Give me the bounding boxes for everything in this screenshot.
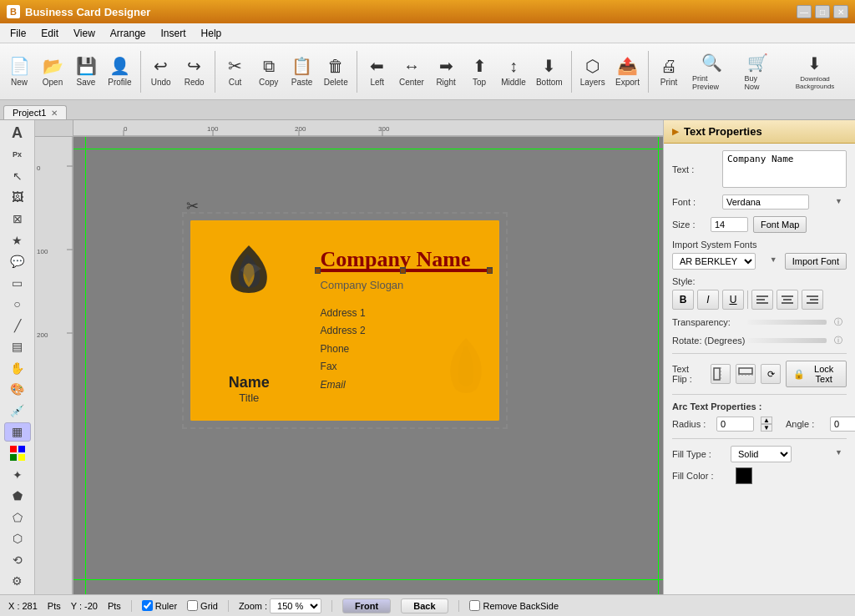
arc-radius-up[interactable]: ▲ [761, 417, 772, 424]
tool-undo[interactable]: ⟲ [4, 550, 31, 570]
flip-horizontal-button[interactable] [711, 364, 731, 384]
align-left-style-button[interactable] [751, 290, 773, 310]
align-right-style-button[interactable] [802, 290, 823, 310]
tool-eyedropper[interactable]: 💉 [4, 401, 31, 421]
font-select[interactable]: Verdana Arial Times New Roman [722, 194, 809, 210]
remove-backside-checkbox[interactable] [469, 600, 480, 611]
align-left-button[interactable]: ⬅ Left [362, 47, 393, 97]
delete-button[interactable]: 🗑 Delete [320, 47, 352, 97]
align-bottom-button[interactable]: ⬇ Bottom [532, 47, 567, 97]
zoom-select[interactable]: 150 % 100 % 200 % 75 % [270, 598, 321, 613]
redo-button[interactable]: ↪ Redo [179, 47, 210, 97]
handle-bl[interactable] [315, 268, 321, 274]
arc-angle-input[interactable] [830, 417, 855, 432]
business-card[interactable]: Name Title [190, 220, 499, 421]
flip-vertical-button[interactable] [736, 364, 756, 384]
tool-gradient[interactable]: ▦ [4, 422, 31, 442]
tool-text[interactable]: A [4, 124, 31, 144]
lock-text-button[interactable]: 🔒 Lock Text [786, 361, 847, 387]
print-preview-button[interactable]: 🔍 Print Preview [686, 47, 736, 97]
tool-shape1[interactable]: ⬟ [4, 486, 31, 506]
arc-radius-spinner[interactable]: ▲ ▼ [761, 417, 772, 432]
menu-view[interactable]: View [67, 26, 102, 41]
print-button[interactable]: 🖨 Print [653, 47, 685, 97]
italic-button[interactable]: I [697, 290, 719, 310]
grid-checkbox[interactable] [187, 600, 198, 611]
tool-effects[interactable]: ✦ [4, 465, 31, 485]
cut-label: Cut [229, 78, 242, 87]
menu-help[interactable]: Help [195, 26, 229, 41]
paste-button[interactable]: 📋 Paste [286, 47, 318, 97]
rotate-label: Rotate: (Degrees) [672, 336, 747, 346]
menu-edit[interactable]: Edit [34, 26, 65, 41]
cut-button[interactable]: ✂ Cut [220, 47, 251, 97]
window-controls[interactable]: — □ ✕ [797, 5, 848, 18]
align-top-button[interactable]: ⬆ Top [463, 47, 495, 97]
open-button[interactable]: 📂 Open [37, 47, 68, 97]
toolbar-sep-1 [140, 51, 141, 93]
ruler-checkbox[interactable] [142, 600, 153, 611]
tool-crop[interactable]: ⊠ [4, 209, 31, 229]
tool-barcode[interactable]: ▤ [4, 336, 31, 356]
arc-radius-input[interactable] [716, 417, 754, 432]
underline-button[interactable]: U [722, 290, 744, 310]
arc-radius-down[interactable]: ▼ [761, 424, 772, 432]
fill-type-select[interactable]: Solid Gradient None [731, 446, 792, 462]
import-font-select[interactable]: AR BERKLEY AR BLANCA [672, 253, 756, 270]
text-prop-input[interactable] [722, 150, 847, 188]
menu-insert[interactable]: Insert [154, 26, 193, 41]
status-sep-4 [458, 600, 459, 612]
transparency-slider[interactable] [747, 320, 827, 325]
tool-color-fill[interactable]: 🎨 [4, 380, 31, 400]
front-button[interactable]: Front [342, 598, 391, 613]
tool-star[interactable]: ★ [4, 230, 31, 250]
minimize-button[interactable]: — [797, 5, 812, 18]
fill-color-swatch[interactable] [736, 467, 752, 484]
tool-color-palette[interactable] [4, 443, 31, 463]
tool-shape3[interactable]: ⬡ [4, 528, 31, 548]
card-left-section: Name Title [190, 220, 308, 421]
align-right-icon: ➡ [439, 56, 453, 76]
tool-bubble[interactable]: 💬 [4, 251, 31, 271]
menu-file[interactable]: File [3, 26, 33, 41]
tab-close-icon[interactable]: ✕ [51, 109, 58, 118]
tool-shape2[interactable]: ⬠ [4, 507, 31, 528]
zoom-label: Zoom : [239, 601, 267, 611]
align-right-button[interactable]: ➡ Right [430, 47, 462, 97]
tool-line[interactable]: ╱ [4, 316, 31, 336]
tab-project1[interactable]: Project1 ✕ [3, 105, 67, 119]
tool-square[interactable]: ▭ [4, 273, 31, 293]
align-middle-button[interactable]: ↕ Middle [497, 47, 530, 97]
handle-bm[interactable] [400, 268, 406, 274]
profile-button[interactable]: 👤 Profile [104, 47, 136, 97]
close-button[interactable]: ✕ [833, 5, 848, 18]
font-map-button[interactable]: Font Map [753, 216, 807, 233]
copy-button[interactable]: ⧉ Copy [253, 47, 285, 97]
buy-now-button[interactable]: 🛒 Buy Now [738, 47, 777, 97]
rotate-slider[interactable] [747, 338, 827, 343]
handle-br[interactable] [487, 268, 493, 274]
tool-settings[interactable]: ⚙ [4, 571, 31, 591]
tool-image[interactable]: 🖼 [4, 188, 31, 208]
align-center-button[interactable]: ↔ Center [395, 47, 428, 97]
maximize-button[interactable]: □ [815, 5, 830, 18]
size-input[interactable] [711, 217, 748, 232]
undo-button[interactable]: ↩ Undo [145, 47, 177, 97]
menu-arrange[interactable]: Arrange [104, 26, 153, 41]
align-center-style-button[interactable] [777, 290, 798, 310]
export-button[interactable]: 📤 Export [611, 47, 644, 97]
tool-cursor[interactable]: ↖ [4, 166, 31, 186]
remove-backside-row: Remove BackSide [469, 600, 559, 611]
layers-button[interactable]: ⬡ Layers [576, 47, 610, 97]
import-font-button[interactable]: Import Font [785, 253, 847, 270]
save-button[interactable]: 💾 Save [70, 47, 102, 97]
tab-label: Project1 [13, 108, 46, 118]
bold-button[interactable]: B [672, 290, 694, 310]
tool-hand[interactable]: ✋ [4, 358, 31, 378]
new-button[interactable]: 📄 New [3, 47, 35, 97]
tool-circle[interactable]: ○ [4, 294, 31, 314]
flip-both-button[interactable]: ⟳ [761, 364, 781, 384]
download-backgrounds-button[interactable]: ⬇ Download Backgrounds [778, 47, 852, 97]
tool-px[interactable]: Px [4, 145, 31, 165]
back-button[interactable]: Back [401, 598, 448, 613]
